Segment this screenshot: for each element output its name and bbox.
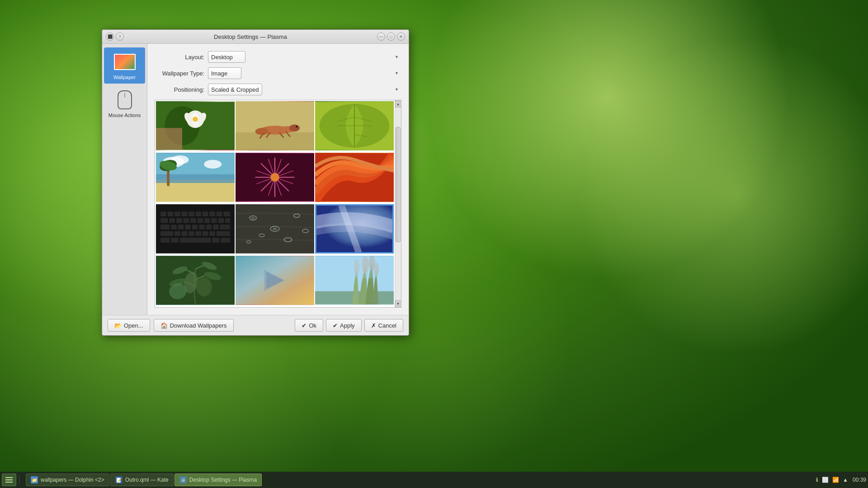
window-titlebar: ⬛ ? Desktop Settings — Plasma — □ ✕ xyxy=(102,30,409,44)
wallpaper-thumb-flowers[interactable] xyxy=(156,101,235,150)
wifi-icon[interactable]: 📶 xyxy=(832,477,839,483)
svg-rect-64 xyxy=(204,218,210,223)
svg-point-11 xyxy=(255,128,269,135)
copy-icon[interactable]: ⬜ xyxy=(822,477,829,483)
svg-rect-49 xyxy=(167,211,174,217)
wallpaper-thumb-raindrops[interactable] xyxy=(236,204,314,253)
taskbar-apps: 📁 wallpapers — Dolphin <2> 📝 Outro.qml —… xyxy=(26,474,262,486)
svg-rect-61 xyxy=(183,218,189,223)
svg-point-6 xyxy=(193,117,198,122)
positioning-label: Positioning: xyxy=(155,86,204,93)
wallpaper-thumb-aurora[interactable] xyxy=(315,204,394,253)
svg-rect-57 xyxy=(223,211,230,217)
svg-rect-74 xyxy=(206,225,212,230)
footer-right-buttons: ✔ Ok ✔ Apply ✗ Cancel xyxy=(295,319,403,332)
svg-rect-53 xyxy=(195,211,202,217)
window-minimize-btn[interactable]: — xyxy=(377,33,385,41)
svg-rect-71 xyxy=(185,225,191,230)
window-title: Desktop Settings — Plasma xyxy=(124,33,377,40)
svg-rect-82 xyxy=(202,231,208,236)
svg-rect-84 xyxy=(216,231,230,236)
sidebar-item-mouse-actions[interactable]: Mouse Actions xyxy=(104,85,145,122)
svg-point-97 xyxy=(284,238,292,242)
svg-rect-75 xyxy=(213,225,219,230)
svg-point-99 xyxy=(302,229,309,233)
wallpaper-type-select-wrapper: Image Color Slideshow xyxy=(208,67,401,79)
wallpaper-type-select[interactable]: Image Color Slideshow xyxy=(208,67,241,79)
download-icon: 🏠 xyxy=(160,322,168,329)
svg-rect-89 xyxy=(221,238,230,243)
window-left-controls: ⬛ ? xyxy=(106,33,124,41)
wallpaper-thumb-leaf[interactable] xyxy=(315,101,394,150)
wallpaper-grid xyxy=(155,100,395,307)
cancel-button[interactable]: ✗ Cancel xyxy=(364,319,403,332)
positioning-select[interactable]: Scaled & Cropped Scaled Centered Tiled S… xyxy=(208,84,262,95)
grid-scrollbar: ▲ ▼ xyxy=(395,100,401,307)
svg-rect-65 xyxy=(211,218,217,223)
dialog-window: ⬛ ? Desktop Settings — Plasma — □ ✕ Wall… xyxy=(102,29,409,336)
wallpaper-thumb-orange[interactable] xyxy=(315,153,394,202)
layout-select-wrapper: Desktop Folder View xyxy=(208,51,401,63)
positioning-select-wrapper: Scaled & Cropped Scaled Centered Tiled S… xyxy=(208,84,401,95)
wallpaper-thumb-gradient[interactable] xyxy=(236,256,314,305)
open-icon: 📂 xyxy=(114,322,122,329)
scrollbar-track[interactable] xyxy=(395,108,401,300)
svg-rect-59 xyxy=(169,218,175,223)
svg-point-96 xyxy=(259,234,264,237)
taskbar-app-desktop-settings[interactable]: 🖥 Desktop Settings — Plasma xyxy=(175,474,262,486)
svg-rect-88 xyxy=(212,238,220,243)
svg-rect-63 xyxy=(197,218,203,223)
svg-rect-52 xyxy=(189,211,195,217)
svg-rect-72 xyxy=(192,225,198,230)
svg-rect-83 xyxy=(209,231,216,236)
window-footer: 📂 Open... 🏠 Download Wallpapers ✔ Ok ✔ A… xyxy=(102,315,409,335)
info-icon[interactable]: ℹ xyxy=(816,477,818,483)
layout-select[interactable]: Desktop Folder View xyxy=(208,51,245,63)
window-help-btn[interactable]: ? xyxy=(116,33,124,41)
ok-button[interactable]: ✔ Ok xyxy=(295,319,323,332)
scrollbar-down-btn[interactable]: ▼ xyxy=(395,300,401,307)
taskbar-app-dolphin[interactable]: 📁 wallpapers — Dolphin <2> xyxy=(26,474,109,486)
svg-rect-80 xyxy=(189,231,195,236)
svg-rect-69 xyxy=(171,225,177,230)
taskbar-menu-button[interactable] xyxy=(2,474,16,486)
download-wallpapers-button[interactable]: 🏠 Download Wallpapers xyxy=(154,319,234,332)
svg-point-31 xyxy=(204,160,222,169)
desktop-settings-icon: 🖥 xyxy=(179,476,187,483)
svg-rect-7 xyxy=(156,128,182,150)
expand-icon[interactable]: ▲ xyxy=(843,477,848,483)
dolphin-icon: 📁 xyxy=(31,476,38,483)
svg-point-92 xyxy=(251,217,255,219)
open-button[interactable]: 📂 Open... xyxy=(108,319,150,332)
svg-rect-68 xyxy=(160,225,170,230)
taskbar: 📁 wallpapers — Dolphin <2> 📝 Outro.qml —… xyxy=(0,472,868,488)
taskbar-app-kate[interactable]: 📝 Outro.qml — Kate xyxy=(110,474,174,486)
svg-rect-76 xyxy=(220,225,230,230)
system-tray: ℹ ⬜ 📶 ▲ xyxy=(816,477,848,483)
svg-rect-67 xyxy=(225,218,231,223)
wallpaper-thumb-fern[interactable] xyxy=(156,256,235,305)
dolphin-app-label: wallpapers — Dolphin <2> xyxy=(41,477,104,483)
window-maximize-btn[interactable]: □ xyxy=(387,33,395,41)
svg-rect-66 xyxy=(218,218,224,223)
svg-rect-87 xyxy=(179,238,211,243)
window-content: Wallpaper Mouse Actions Layout: Desktop … xyxy=(102,44,409,315)
window-icon-btn[interactable]: ⬛ xyxy=(106,33,114,41)
wallpaper-thumb-beach[interactable] xyxy=(156,153,235,202)
wallpaper-thumb-flower2[interactable] xyxy=(236,153,314,202)
window-close-btn[interactable]: ✕ xyxy=(397,33,405,41)
wallpaper-thumb-grass[interactable] xyxy=(315,256,394,305)
sidebar-item-wallpaper[interactable]: Wallpaper xyxy=(104,47,145,84)
apply-check-icon: ✔ xyxy=(333,322,338,329)
scrollbar-up-btn[interactable]: ▲ xyxy=(395,100,401,108)
wallpaper-thumb-keyboard[interactable] xyxy=(156,204,235,253)
wallpaper-thumb-lizard[interactable] xyxy=(236,101,314,150)
svg-rect-62 xyxy=(190,218,196,223)
svg-point-94 xyxy=(273,227,277,230)
svg-rect-56 xyxy=(216,211,222,217)
ok-check-icon: ✔ xyxy=(302,322,307,329)
apply-button[interactable]: ✔ Apply xyxy=(326,319,362,332)
svg-rect-81 xyxy=(195,231,202,236)
scrollbar-thumb[interactable] xyxy=(396,127,401,243)
sidebar-wallpaper-label: Wallpaper xyxy=(113,75,136,80)
